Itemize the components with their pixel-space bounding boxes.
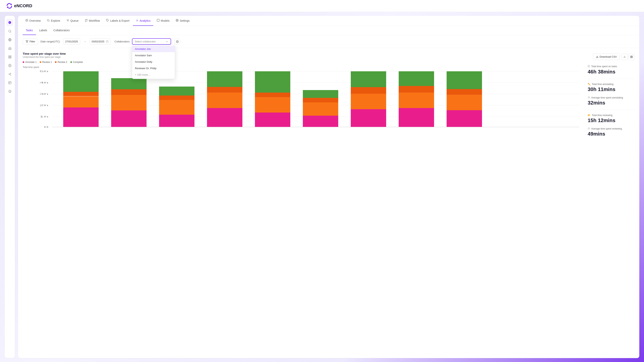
svg-rect-78 xyxy=(446,110,482,127)
bar-group-4[interactable] xyxy=(207,71,242,127)
logo[interactable]: eNCORD xyxy=(6,3,32,9)
bar-chart-svg: 5h 4h 3h 2h 1h 0 xyxy=(23,69,583,130)
explore-icon xyxy=(47,19,50,22)
tab-explore[interactable]: Explore xyxy=(44,16,63,26)
tab-models[interactable]: Models xyxy=(154,16,172,26)
svg-rect-74 xyxy=(399,108,434,127)
stat-total-time: ⓘ Total time spent on tasks 46h 38mins xyxy=(588,65,634,75)
svg-rect-51 xyxy=(111,95,147,110)
sidebar xyxy=(5,16,15,358)
svg-rect-69 xyxy=(303,90,338,98)
svg-rect-54 xyxy=(159,115,194,127)
date-to-input[interactable]: 03/02/2025 xyxy=(90,38,111,44)
settings-icon xyxy=(176,19,178,22)
sidebar-icon-badge[interactable] xyxy=(6,88,13,95)
bar-chart-icon xyxy=(623,55,626,58)
bar-group-9[interactable] xyxy=(446,71,482,127)
date-from-input[interactable]: 27/01/2025 xyxy=(63,38,80,44)
svg-rect-47 xyxy=(63,96,98,107)
svg-rect-67 xyxy=(303,102,338,116)
svg-rect-72 xyxy=(351,87,386,94)
svg-rect-58 xyxy=(207,108,242,127)
bar-group-6[interactable] xyxy=(303,90,338,127)
legend-dot-annotate1 xyxy=(23,61,24,63)
sub-tab-collaborators[interactable]: Collaborators xyxy=(50,26,73,35)
sub-tab-labels[interactable]: Labels xyxy=(36,26,50,35)
overview-icon xyxy=(26,19,28,22)
svg-rect-59 xyxy=(207,93,242,108)
svg-rect-48 xyxy=(63,92,98,96)
sub-tab-tasks[interactable]: Tasks xyxy=(23,26,36,35)
tab-settings[interactable]: Settings xyxy=(173,16,192,26)
bar-group-2[interactable] xyxy=(111,78,147,127)
sidebar-icon-home[interactable] xyxy=(6,45,13,52)
svg-rect-50 xyxy=(111,110,147,127)
filter-bar: Filter Date range(UTC) 27/01/2025 → 03/0… xyxy=(18,35,639,48)
sidebar-icon-grid[interactable] xyxy=(6,53,13,60)
dropdown-item-joe[interactable]: Annotator Joe xyxy=(132,46,175,52)
sidebar-icon-connections[interactable] xyxy=(6,70,13,77)
tab-labels-export[interactable]: Labels & Export xyxy=(104,16,132,26)
chevron-down-icon xyxy=(166,40,168,43)
svg-rect-52 xyxy=(111,89,147,95)
svg-text:4h: 4h xyxy=(40,81,48,84)
folder-icon: 📂 xyxy=(588,114,591,117)
chart-view-button[interactable] xyxy=(621,54,628,60)
svg-rect-66 xyxy=(303,116,338,127)
svg-point-9 xyxy=(10,65,10,66)
collaborator-select[interactable]: Select collaborator xyxy=(132,38,171,45)
svg-rect-86 xyxy=(630,56,633,58)
chart-legend: Annotate 1 Review 1 Review 2 Complete xyxy=(23,61,583,63)
dropdown-more[interactable]: + 100 more... xyxy=(132,71,175,78)
tab-overview[interactable]: Overview xyxy=(23,16,44,26)
bar-group-3[interactable] xyxy=(159,86,194,127)
content-area: Overview Explore Queue Workflow xyxy=(18,16,639,358)
tab-workflow[interactable]: Workflow xyxy=(82,16,103,26)
table-view-button[interactable] xyxy=(628,54,634,60)
svg-rect-7 xyxy=(10,57,11,58)
svg-rect-60 xyxy=(207,87,242,93)
svg-line-15 xyxy=(9,73,10,74)
sidebar-icon-box[interactable] xyxy=(6,79,13,86)
svg-text:1h: 1h xyxy=(40,115,48,118)
gear-icon xyxy=(176,40,179,43)
models-icon xyxy=(157,19,160,22)
collaborator-dropdown: Annotator Joe Annotator Sam Annotator Do… xyxy=(132,45,175,79)
dropdown-item-sam[interactable]: Annotator Sam xyxy=(132,52,175,59)
svg-point-19 xyxy=(26,20,27,21)
stat-avg-annotating: ⏱ Average time spent annotating 32mins xyxy=(588,96,634,106)
sidebar-icon-globe[interactable] xyxy=(6,36,13,43)
download-csv-button[interactable]: Download CSV xyxy=(593,53,620,60)
clock-icon-1: ⏱ xyxy=(588,96,590,99)
sidebar-icon-target[interactable] xyxy=(6,62,13,69)
filter-button[interactable]: Filter xyxy=(23,38,38,45)
dropdown-item-philip[interactable]: Reviewer Dr. Philip xyxy=(132,65,175,71)
bar-group-8[interactable] xyxy=(399,71,434,127)
date-range-label: Date range(UTC) xyxy=(40,40,60,43)
svg-rect-65 xyxy=(255,71,290,93)
collaborator-settings-button[interactable] xyxy=(174,38,180,45)
svg-line-1 xyxy=(10,32,11,32)
bar-group-5[interactable] xyxy=(255,71,290,127)
legend-review2: Review 2 xyxy=(55,61,67,63)
analytics-icon xyxy=(136,19,138,22)
dropdown-item-dolly[interactable]: Annotator Dolly xyxy=(132,59,175,65)
tab-analytics[interactable]: Analytics xyxy=(133,16,153,26)
workflow-icon xyxy=(85,19,88,22)
sidebar-icon-search[interactable] xyxy=(6,27,13,34)
svg-rect-4 xyxy=(8,56,10,57)
legend-annotate1: Annotate 1 xyxy=(23,61,36,63)
svg-text:0: 0 xyxy=(44,126,48,128)
svg-point-13 xyxy=(10,73,11,73)
sub-tabs: Tasks Labels Collaborators xyxy=(18,26,639,35)
svg-line-16 xyxy=(9,74,10,75)
svg-point-0 xyxy=(8,30,11,32)
svg-rect-68 xyxy=(303,98,338,102)
tab-queue[interactable]: Queue xyxy=(64,16,81,26)
sidebar-icon-logo[interactable] xyxy=(6,19,13,26)
calendar-icon xyxy=(106,40,108,43)
svg-rect-70 xyxy=(351,109,386,127)
bar-group-7[interactable] xyxy=(351,71,386,127)
svg-rect-71 xyxy=(351,94,386,109)
bar-group-1[interactable] xyxy=(63,71,98,127)
